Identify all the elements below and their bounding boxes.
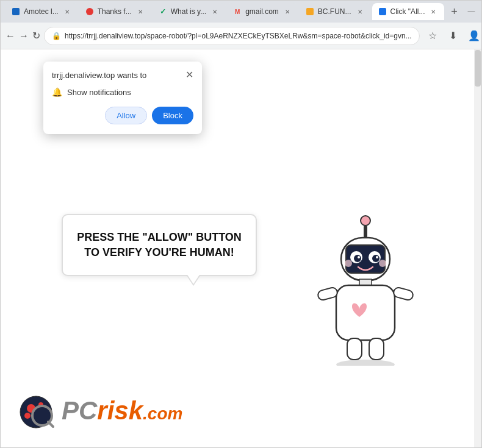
svg-point-11: [379, 260, 386, 267]
tab-favicon-amotec: [12, 7, 20, 16]
tab-gmail[interactable]: M gmail.com ✕: [227, 3, 298, 20]
tabs-container: Amotec l... ✕ Thanks f... ✕ ✓ What is y.…: [5, 3, 462, 20]
block-button[interactable]: Block: [152, 107, 193, 124]
speech-bubble: PRESS THE "ALLOW" BUTTON TO VERIFY YOU'R…: [62, 214, 257, 276]
address-text: https://trrjj.denaliview.top/space-robot…: [65, 32, 412, 40]
bookmark-button[interactable]: ☆: [423, 27, 442, 45]
tab-favicon-click: [378, 7, 387, 16]
tab-close-whatis[interactable]: ✕: [210, 7, 220, 16]
title-bar: Amotec l... ✕ Thanks f... ✕ ✓ What is y.…: [1, 1, 481, 23]
tab-close-thanks[interactable]: ✕: [135, 7, 145, 16]
tab-close-gmail[interactable]: ✕: [282, 7, 292, 16]
tab-label-whatis: What is y...: [171, 7, 206, 16]
tab-favicon-whatis: ✓: [159, 7, 167, 16]
back-button[interactable]: ←: [5, 26, 15, 46]
svg-rect-17: [369, 338, 384, 360]
scrollbar-thumb[interactable]: [475, 50, 481, 87]
nav-actions: ☆ ⬇ 👤 ⋮: [423, 27, 482, 45]
svg-rect-14: [317, 286, 338, 301]
lock-icon: 🔒: [52, 32, 61, 40]
svg-rect-13: [336, 285, 395, 340]
tab-whatis[interactable]: ✓ What is y... ✕: [153, 3, 226, 20]
tab-label-amotec: Amotec l...: [24, 7, 59, 16]
svg-rect-1: [364, 226, 367, 238]
tab-bcfun[interactable]: BC.FUN... ✕: [300, 3, 371, 20]
robot-svg: [311, 207, 420, 366]
allow-button[interactable]: Allow: [105, 107, 147, 124]
scrollbar[interactable]: [474, 49, 481, 447]
window-controls: — □ ✕: [465, 5, 482, 18]
tab-favicon-bcfun: [306, 7, 314, 16]
tab-label-thanks: Thanks f...: [98, 7, 132, 16]
popup-title: trrjj.denaliview.top wants to: [52, 70, 146, 81]
download-button[interactable]: ⬇: [444, 27, 462, 45]
browser-window: Amotec l... ✕ Thanks f... ✕ ✓ What is y.…: [0, 0, 482, 448]
tab-favicon-gmail: M: [233, 7, 242, 16]
bell-icon: 🔔: [52, 87, 62, 97]
address-bar[interactable]: 🔒 https://trrjj.denaliview.top/space-rob…: [44, 27, 420, 45]
pcrisk-text: PCrisk.com: [62, 396, 182, 425]
forward-button[interactable]: →: [19, 26, 29, 46]
pcrisk-logo-svg: [19, 393, 56, 429]
svg-point-8: [358, 256, 360, 258]
tab-thanks[interactable]: Thanks f... ✕: [79, 3, 151, 20]
profile-button[interactable]: 👤: [465, 27, 482, 45]
browser-content: trrjj.denaliview.top wants to ✕ 🔔 Show n…: [1, 49, 481, 447]
svg-point-7: [372, 255, 379, 262]
speech-text: PRESS THE "ALLOW" BUTTON TO VERIFY YOU'R…: [75, 230, 243, 260]
refresh-button[interactable]: ↻: [32, 26, 40, 46]
tab-label-bcfun: BC.FUN...: [318, 7, 351, 16]
svg-point-18: [336, 360, 395, 366]
svg-point-6: [354, 255, 361, 262]
new-tab-button[interactable]: +: [445, 3, 462, 20]
minimize-button[interactable]: —: [465, 5, 477, 18]
svg-rect-16: [347, 338, 362, 360]
risk-text: risk: [97, 396, 143, 425]
tab-close-amotec[interactable]: ✕: [62, 7, 72, 16]
svg-point-10: [345, 260, 352, 267]
tab-amotec[interactable]: Amotec l... ✕: [5, 3, 78, 20]
popup-notification-label: Show notifications: [67, 88, 131, 97]
tab-click-active[interactable]: Click "All... ✕: [372, 3, 445, 20]
pcrisk-brand: PCrisk.com: [19, 393, 182, 429]
robot-illustration: [311, 207, 420, 368]
tab-close-click[interactable]: ✕: [428, 7, 438, 16]
popup-close-button[interactable]: ✕: [185, 70, 193, 80]
notification-popup: trrjj.denaliview.top wants to ✕ 🔔 Show n…: [43, 62, 202, 134]
tab-favicon-thanks: [85, 7, 94, 16]
svg-point-22: [24, 413, 31, 419]
pc-text: PC: [62, 396, 97, 425]
popup-buttons: Allow Block: [52, 107, 193, 124]
svg-point-9: [376, 256, 378, 258]
svg-rect-15: [392, 286, 414, 301]
nav-bar: ← → ↻ 🔒 https://trrjj.denaliview.top/spa…: [1, 23, 481, 49]
tab-close-bcfun[interactable]: ✕: [355, 7, 365, 16]
tab-label-gmail: gmail.com: [245, 7, 279, 16]
tab-label-click: Click "All...: [390, 7, 425, 16]
dotcom-text: .com: [143, 404, 182, 423]
popup-header: trrjj.denaliview.top wants to ✕: [52, 70, 193, 81]
popup-notification-row: 🔔 Show notifications: [52, 87, 193, 97]
svg-point-0: [361, 216, 370, 226]
